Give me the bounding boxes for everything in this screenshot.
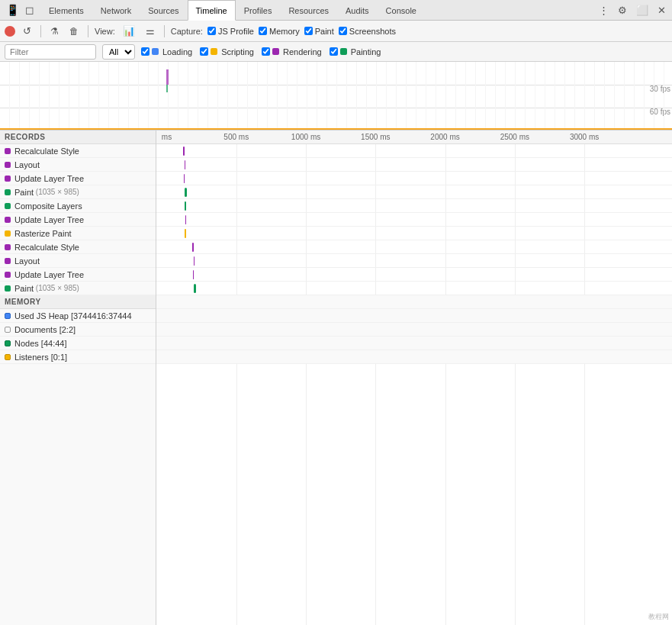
record-dim-paint-1: (1035 × 985) xyxy=(34,188,79,196)
rendering-filter[interactable]: Rendering xyxy=(262,47,322,56)
memory-checkbox[interactable] xyxy=(259,27,267,35)
painting-filter[interactable]: Painting xyxy=(330,47,381,56)
trow-m0 xyxy=(156,295,672,309)
mobile-icon[interactable]: 📱 xyxy=(3,2,22,18)
loading-filter[interactable]: Loading xyxy=(141,47,192,56)
timeline-background xyxy=(0,62,672,130)
loading-checkbox[interactable] xyxy=(141,47,150,56)
clear-icon[interactable]: 🗑 xyxy=(66,24,82,38)
memory-dot-green xyxy=(5,340,11,346)
timeline-header: ms 500 ms 1000 ms 1500 ms 2000 ms 2500 m… xyxy=(156,130,672,144)
tab-timeline[interactable]: Timeline xyxy=(188,0,236,21)
toolbar: ↺ ⚗ 🗑 View: 📊 ⚌ Capture: JS Profile Memo… xyxy=(0,21,672,42)
orange-selection-line xyxy=(0,128,672,130)
scripting-filter[interactable]: Scripting xyxy=(200,47,254,56)
inspect-icon[interactable]: ◻ xyxy=(22,2,37,18)
refresh-button[interactable]: ↺ xyxy=(20,24,34,38)
tab-sources[interactable]: Sources xyxy=(140,0,187,21)
memory-checkbox-group[interactable]: Memory xyxy=(259,27,300,36)
record-row-paint-2[interactable]: Paint (1035 × 985) xyxy=(0,282,156,295)
record-label-recalculate-style-2: Recalculate Style xyxy=(14,243,79,252)
tab-profiles[interactable]: Profiles xyxy=(236,0,281,21)
js-profile-checkbox-group[interactable]: JS Profile xyxy=(207,27,254,36)
record-row-update-layer-2[interactable]: Update Layer Tree xyxy=(0,213,156,227)
tbar-3 xyxy=(184,174,185,183)
scripting-checkbox[interactable] xyxy=(200,47,208,56)
label-panel: RECORDS Recalculate Style Layout Update … xyxy=(0,130,156,625)
timeline-activity-1 xyxy=(166,69,169,85)
toolbar-sep-2 xyxy=(88,25,88,37)
record-row-update-layer-3[interactable]: Update Layer Tree xyxy=(0,268,156,282)
time-marker-1000: 1000 ms xyxy=(291,133,320,141)
trow-m1 xyxy=(156,309,672,323)
time-marker-0: ms xyxy=(162,133,172,141)
memory-row-jsheap[interactable]: Used JS Heap [3744416:37444 xyxy=(0,309,156,323)
record-label-update-layer-2: Update Layer Tree xyxy=(14,215,84,224)
paint-checkbox-group[interactable]: Paint xyxy=(304,27,334,36)
toolbar-sep-1 xyxy=(40,25,41,37)
filter-input[interactable] xyxy=(5,44,96,60)
record-dot-green xyxy=(5,189,11,195)
loading-dot xyxy=(152,48,159,55)
memory-row-listeners[interactable]: Listeners [0:1] xyxy=(0,350,156,364)
record-row-layout-1[interactable]: Layout xyxy=(0,158,156,172)
paint-checkbox[interactable] xyxy=(304,27,313,35)
trow-8 xyxy=(156,240,672,254)
filter-icon[interactable]: ⚗ xyxy=(47,24,62,38)
trow-7 xyxy=(156,227,672,240)
memory-label-jsheap: Used JS Heap [3744416:37444 xyxy=(14,311,132,321)
tab-network[interactable]: Network xyxy=(92,0,140,21)
rendering-checkbox[interactable] xyxy=(262,47,270,56)
record-row-rasterize[interactable]: Rasterize Paint xyxy=(0,227,156,240)
dock-icon[interactable]: ⬜ xyxy=(633,3,651,18)
screenshots-checkbox-group[interactable]: Screenshots xyxy=(339,27,396,36)
trow-1 xyxy=(156,144,672,158)
tab-resources[interactable]: Resources xyxy=(280,0,337,21)
timeline-content xyxy=(156,144,672,625)
record-row-recalculate-style-1[interactable]: Recalculate Style xyxy=(0,144,156,158)
screenshots-checkbox[interactable] xyxy=(339,27,347,35)
close-icon[interactable]: ✕ xyxy=(654,3,669,18)
tab-audits[interactable]: Audits xyxy=(337,0,378,21)
trow-9 xyxy=(156,254,672,268)
timeline-panel[interactable]: ms 500 ms 1000 ms 1500 ms 2000 ms 2500 m… xyxy=(156,130,672,625)
record-label-recalculate-style-1: Recalculate Style xyxy=(14,147,79,156)
scripting-label: Scripting xyxy=(221,47,254,56)
memory-row-nodes[interactable]: Nodes [44:44] xyxy=(0,337,156,350)
trow-5 xyxy=(156,199,672,213)
record-button[interactable] xyxy=(5,26,15,37)
capture-label: Capture: xyxy=(171,27,203,36)
timeline-overview[interactable]: 30 fps 60 fps xyxy=(0,62,672,130)
record-row-paint-1[interactable]: Paint (1035 × 985) xyxy=(0,185,156,199)
bar-chart-view-icon[interactable]: 📊 xyxy=(120,24,138,38)
tab-console[interactable]: Console xyxy=(378,0,425,21)
record-label-paint-1: Paint xyxy=(14,188,34,197)
tab-elements[interactable]: Elements xyxy=(40,0,92,21)
tab-bar-actions: ⋮ ⚙ ⬜ ✕ xyxy=(596,3,669,18)
view-label: View: xyxy=(95,27,115,36)
customize-icon[interactable]: ⋮ xyxy=(596,3,612,18)
category-select[interactable]: All xyxy=(102,44,135,60)
record-label-layout-1: Layout xyxy=(14,160,40,169)
trow-10 xyxy=(156,268,672,282)
record-row-composite-1[interactable]: Composite Layers xyxy=(0,199,156,213)
trow-3 xyxy=(156,172,672,185)
record-row-update-layer-1[interactable]: Update Layer Tree xyxy=(0,172,156,185)
loading-label: Loading xyxy=(162,47,192,56)
record-label-layout-2: Layout xyxy=(14,256,40,266)
record-row-recalculate-style-2[interactable]: Recalculate Style xyxy=(0,240,156,254)
js-profile-checkbox[interactable] xyxy=(207,27,216,35)
trow-m2 xyxy=(156,323,672,337)
painting-checkbox[interactable] xyxy=(330,47,338,56)
settings-icon[interactable]: ⚙ xyxy=(615,3,630,18)
rendering-dot xyxy=(272,48,279,55)
dev-tools-tabs: 📱 ◻ xyxy=(3,2,37,18)
tbar-4 xyxy=(185,188,187,197)
memory-header: MEMORY xyxy=(0,295,156,309)
list-view-icon[interactable]: ⚌ xyxy=(143,24,158,38)
record-row-layout-2[interactable]: Layout xyxy=(0,254,156,268)
painting-dot xyxy=(340,48,347,55)
memory-row-documents[interactable]: Documents [2:2] xyxy=(0,323,156,337)
filter-bar: All Loading Scripting Rendering Painting xyxy=(0,42,672,62)
tbar-6 xyxy=(185,215,186,224)
